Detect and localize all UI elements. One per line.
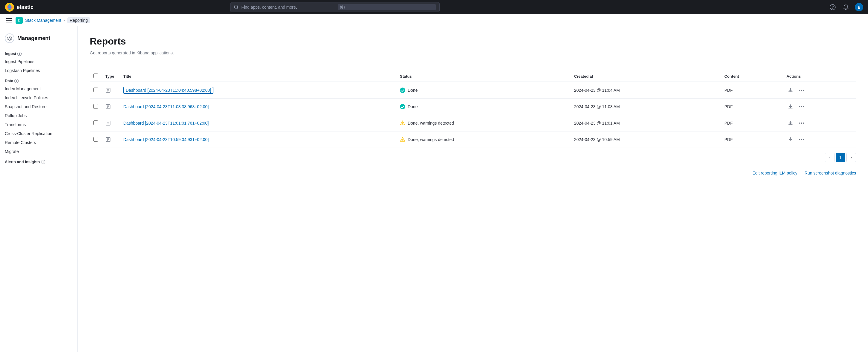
content-cell: PDF bbox=[721, 132, 783, 148]
status-text: Done, warnings detected bbox=[408, 121, 454, 126]
title-cell: Dashboard [2024-04-23T10:59:04.931+02:00… bbox=[120, 132, 396, 148]
sidebar-item-migrate[interactable]: Migrate bbox=[0, 147, 78, 156]
table-row: Dashboard [2024-04-23T11:04:40.598+02:00… bbox=[90, 82, 856, 99]
prev-page-button[interactable]: ‹ bbox=[825, 153, 835, 162]
reports-table: Type Title Status Created at Content Act… bbox=[90, 71, 856, 148]
user-avatar[interactable]: E bbox=[855, 3, 863, 11]
type-header: Type bbox=[102, 71, 120, 82]
search-icon bbox=[234, 5, 239, 9]
table-row: Dashboard [2024-04-23T11:03:38.968+02:00… bbox=[90, 99, 856, 115]
select-all-checkbox[interactable] bbox=[93, 73, 98, 78]
pagination: ‹ 1 › bbox=[90, 148, 856, 167]
ingest-info-icon[interactable]: i bbox=[18, 52, 22, 56]
sidebar-item-remote-clusters[interactable]: Remote Clusters bbox=[0, 138, 78, 147]
sidebar-item-snapshot-restore[interactable]: Snapshot and Restore bbox=[0, 102, 78, 111]
row-1-checkbox[interactable] bbox=[93, 104, 98, 109]
warning-icon bbox=[400, 137, 405, 142]
hamburger-menu[interactable] bbox=[5, 16, 13, 25]
sidebar-item-index-lifecycle-policies[interactable]: Index Lifecycle Policies bbox=[0, 93, 78, 102]
svg-point-20 bbox=[402, 124, 403, 125]
row-3-checkbox[interactable] bbox=[93, 137, 98, 142]
cross-cluster-replication-label: Cross-Cluster Replication bbox=[5, 131, 52, 136]
svg-point-26 bbox=[402, 140, 403, 141]
sidebar-item-logstash-pipelines[interactable]: Logstash Pipelines bbox=[0, 66, 78, 75]
more-dots-icon bbox=[799, 139, 804, 140]
sidebar-item-ingest-pipelines[interactable]: Ingest Pipelines bbox=[0, 57, 78, 66]
download-button[interactable] bbox=[786, 86, 794, 94]
type-icon-cell bbox=[102, 115, 120, 132]
remote-clusters-label: Remote Clusters bbox=[5, 140, 36, 145]
hamburger-line bbox=[6, 20, 12, 21]
more-dots-icon bbox=[799, 106, 804, 107]
data-info-icon[interactable]: i bbox=[14, 79, 19, 83]
report-title-link[interactable]: Dashboard [2024-04-23T11:03:38.968+02:00… bbox=[123, 104, 209, 109]
dot2 bbox=[801, 106, 802, 107]
main-content: Reports Get reports generated in Kibana … bbox=[78, 26, 868, 352]
breadcrumb-parent[interactable]: Stack Management bbox=[25, 18, 61, 23]
dot3 bbox=[803, 90, 804, 91]
dot2 bbox=[801, 139, 802, 140]
sidebar-item-index-management[interactable]: Index Management bbox=[0, 84, 78, 93]
more-dots-icon bbox=[799, 122, 804, 124]
top-navigation: elastic Find apps, content, and more. ⌘/… bbox=[0, 0, 868, 14]
actions-cell bbox=[783, 132, 856, 148]
status-cell: Done bbox=[396, 99, 570, 115]
report-title-link[interactable]: Dashboard [2024-04-23T10:59:04.931+02:00… bbox=[123, 137, 209, 142]
more-actions-button[interactable] bbox=[798, 121, 805, 125]
report-title-link[interactable]: Dashboard [2024-04-23T11:04:40.598+02:00… bbox=[123, 87, 213, 94]
status-warning: Done, warnings detected bbox=[400, 137, 567, 142]
status-header: Status bbox=[396, 71, 570, 82]
row-checkbox-cell bbox=[90, 82, 102, 99]
next-page-button[interactable]: › bbox=[846, 153, 856, 162]
content-cell: PDF bbox=[721, 115, 783, 132]
status-done: Done bbox=[400, 87, 567, 93]
breadcrumb-current: Reporting bbox=[67, 17, 90, 23]
row-2-checkbox[interactable] bbox=[93, 120, 98, 125]
ingest-label: Ingest bbox=[5, 51, 16, 56]
logstash-pipelines-label: Logstash Pipelines bbox=[5, 68, 40, 73]
ingest-pipelines-label: Ingest Pipelines bbox=[5, 59, 34, 64]
more-actions-button[interactable] bbox=[798, 89, 805, 92]
sidebar: Management Ingest i Ingest Pipelines Log… bbox=[0, 26, 78, 352]
content-cell: PDF bbox=[721, 99, 783, 115]
elastic-logo-icon bbox=[5, 2, 14, 12]
status-done: Done bbox=[400, 104, 567, 109]
created-at-cell: 2024-04-23 @ 11:04 AM bbox=[570, 82, 721, 99]
download-button[interactable] bbox=[786, 103, 794, 111]
run-screenshot-diagnostics-link[interactable]: Run screenshot diagnostics bbox=[805, 171, 856, 175]
more-actions-button[interactable] bbox=[798, 138, 805, 141]
alerts-info-icon[interactable]: i bbox=[41, 160, 45, 164]
actions-container bbox=[786, 86, 852, 94]
global-search[interactable]: Find apps, content, and more. ⌘/ bbox=[230, 2, 440, 12]
content-cell: PDF bbox=[721, 82, 783, 99]
notifications-icon[interactable] bbox=[842, 3, 850, 11]
table-body: Dashboard [2024-04-23T11:04:40.598+02:00… bbox=[90, 82, 856, 148]
actions-cell bbox=[783, 99, 856, 115]
page-1-button[interactable]: 1 bbox=[836, 153, 845, 162]
sidebar-item-cross-cluster-replication[interactable]: Cross-Cluster Replication bbox=[0, 129, 78, 138]
edit-ilm-policy-link[interactable]: Edit reporting ILM policy bbox=[752, 171, 797, 175]
row-checkbox-cell bbox=[90, 132, 102, 148]
status-text: Done bbox=[408, 88, 417, 93]
elastic-logo-text: elastic bbox=[17, 4, 33, 10]
hamburger-line bbox=[6, 22, 12, 23]
more-actions-button[interactable] bbox=[798, 105, 805, 108]
sidebar-item-transforms[interactable]: Transforms bbox=[0, 120, 78, 129]
download-button[interactable] bbox=[786, 136, 794, 143]
status-cell: Done, warnings detected bbox=[396, 115, 570, 132]
footer-links: Edit reporting ILM policy Run screenshot… bbox=[90, 167, 856, 179]
index-lifecycle-policies-label: Index Lifecycle Policies bbox=[5, 95, 48, 100]
sidebar-item-rollup-jobs[interactable]: Rollup Jobs bbox=[0, 111, 78, 120]
elastic-logo[interactable]: elastic bbox=[5, 2, 33, 12]
row-0-checkbox[interactable] bbox=[93, 87, 98, 92]
report-title-link[interactable]: Dashboard [2024-04-23T11:01:01.761+02:00… bbox=[123, 121, 209, 126]
help-icon[interactable]: ? bbox=[829, 3, 837, 11]
dot1 bbox=[799, 106, 800, 107]
table-row: Dashboard [2024-04-23T11:01:01.761+02:00… bbox=[90, 115, 856, 132]
data-label: Data bbox=[5, 79, 13, 83]
warning-icon bbox=[400, 120, 405, 126]
dot2 bbox=[801, 90, 802, 91]
download-button[interactable] bbox=[786, 119, 794, 127]
sidebar-section-alerts: Alerts and Insights i bbox=[0, 156, 78, 165]
report-type-icon bbox=[105, 104, 116, 109]
